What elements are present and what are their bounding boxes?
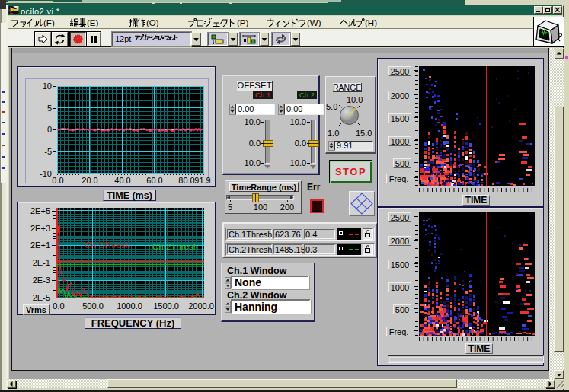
svg-text:Ch.2Thresh: Ch.2Thresh bbox=[152, 242, 198, 251]
svg-text:Ch.1Thresh: Ch.1Thresh bbox=[85, 241, 130, 250]
